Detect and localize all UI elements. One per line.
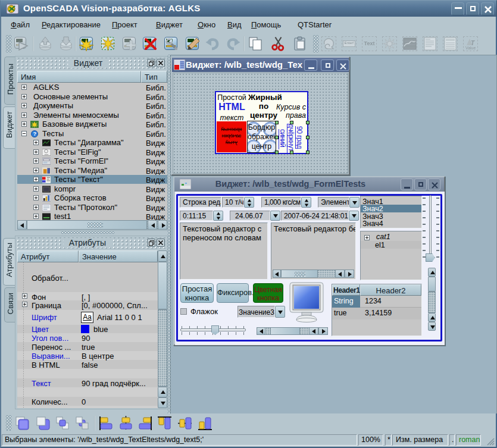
svg-text:?: ? — [33, 130, 36, 137]
